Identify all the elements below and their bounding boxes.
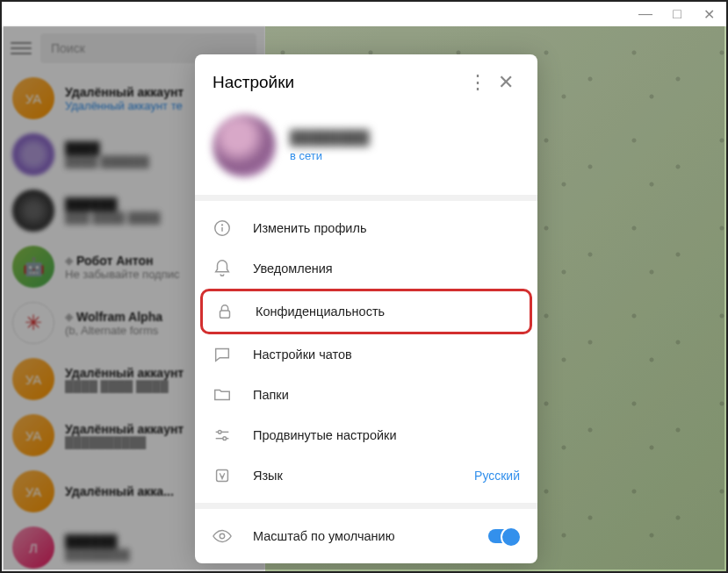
- window-close[interactable]: ✕: [698, 6, 719, 23]
- svg-point-2: [222, 225, 223, 226]
- chat-avatar: УА: [12, 358, 54, 400]
- folder-icon: [213, 385, 232, 405]
- menu-label: Уведомления: [253, 261, 333, 276]
- more-icon[interactable]: ⋮: [464, 68, 492, 97]
- eye-icon: [213, 526, 232, 546]
- profile-status: в сети: [290, 149, 370, 162]
- chat-avatar: 🤖: [12, 246, 54, 288]
- menu-item-bell[interactable]: Уведомления: [195, 248, 537, 289]
- menu-label: Настройки чатов: [253, 347, 352, 362]
- menu-item-lock[interactable]: Конфиденциальность: [200, 289, 532, 334]
- menu-item-scale[interactable]: Масштаб по умолчанию: [195, 516, 537, 556]
- chat-avatar: УА: [12, 77, 54, 119]
- lang-icon: [213, 466, 232, 485]
- svg-rect-3: [220, 311, 230, 318]
- svg-point-7: [223, 437, 227, 440]
- verified-icon: ◈: [65, 254, 73, 267]
- info-icon: [213, 218, 232, 238]
- menu-label: Продвинутые настройки: [253, 428, 397, 442]
- svg-point-6: [218, 431, 221, 434]
- settings-modal: Настройки ⋮ ✕ ████████ в сети Изменить п…: [195, 54, 537, 563]
- chat-avatar: Л: [12, 526, 54, 569]
- chat-avatar: ✳: [12, 302, 54, 344]
- menu-icon[interactable]: [11, 38, 32, 59]
- menu-label: Изменить профиль: [253, 221, 366, 235]
- chat-avatar: [12, 133, 54, 175]
- modal-title: Настройки: [213, 73, 464, 92]
- verified-icon: ◈: [65, 311, 73, 323]
- close-icon[interactable]: ✕: [492, 68, 520, 97]
- window-titlebar: — □ ✕: [2, 2, 726, 26]
- chat-avatar: [12, 190, 54, 232]
- profile-username: ████████: [290, 130, 370, 146]
- profile-avatar[interactable]: [213, 114, 276, 177]
- chat-icon: [213, 345, 232, 364]
- scale-toggle[interactable]: [488, 529, 520, 543]
- menu-label: Конфиденциальность: [256, 304, 385, 319]
- lock-icon: [215, 302, 234, 321]
- menu-label: Папки: [253, 388, 289, 402]
- svg-point-9: [220, 534, 225, 539]
- window-minimize[interactable]: —: [635, 6, 656, 22]
- menu-label: Масштаб по умолчанию: [253, 529, 395, 543]
- menu-item-sliders[interactable]: Продвинутые настройки: [195, 415, 537, 455]
- chat-avatar: УА: [12, 470, 54, 512]
- sliders-icon: [213, 426, 232, 445]
- bell-icon: [213, 259, 232, 278]
- menu-label: Язык: [253, 469, 283, 483]
- window-maximize[interactable]: □: [667, 6, 688, 22]
- chat-avatar: УА: [12, 414, 54, 456]
- menu-value: Русский: [474, 469, 520, 483]
- menu-item-folder[interactable]: Папки: [195, 375, 537, 415]
- menu-item-info[interactable]: Изменить профиль: [195, 208, 537, 248]
- menu-item-lang[interactable]: Язык Русский: [195, 455, 537, 496]
- menu-item-chat[interactable]: Настройки чатов: [195, 334, 537, 375]
